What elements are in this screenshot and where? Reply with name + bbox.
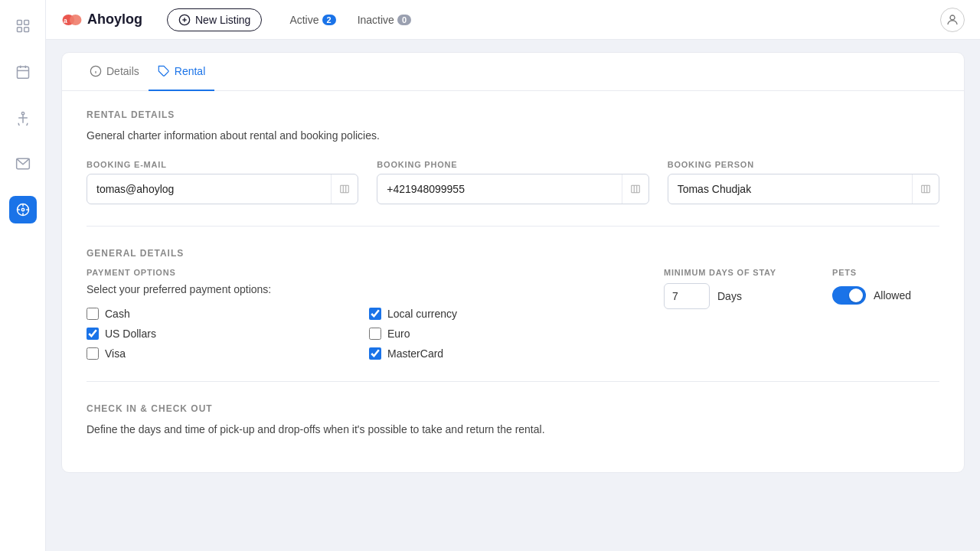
booking-person-label: BOOKING PERSON xyxy=(668,160,939,169)
logo-icon: a xyxy=(61,11,83,28)
booking-person-group: BOOKING PERSON xyxy=(668,160,939,204)
booking-person-input-wrapper xyxy=(668,174,939,204)
checkbox-euro[interactable]: Euro xyxy=(369,328,633,340)
user-avatar[interactable] xyxy=(940,8,965,32)
person-field-icon xyxy=(912,174,939,204)
general-details-title: GENERAL DETAILS xyxy=(87,248,939,259)
card-body: RENTAL DETAILS General charter informati… xyxy=(62,91,964,472)
logo-text: Ahoylog xyxy=(87,11,142,28)
tab-rental[interactable]: Rental xyxy=(149,53,214,91)
checkbox-us-dollars-input[interactable] xyxy=(87,328,99,340)
checkbox-us-dollars[interactable]: US Dollars xyxy=(87,328,351,340)
checkbox-visa-input[interactable] xyxy=(87,347,99,360)
svg-rect-0 xyxy=(17,21,21,25)
sidebar xyxy=(0,0,46,551)
nav-tabs: Active 2 Inactive 0 xyxy=(280,9,420,31)
inactive-badge: 0 xyxy=(397,15,411,25)
phone-field-icon xyxy=(622,174,648,204)
svg-rect-3 xyxy=(24,28,28,32)
navbar: a Ahoylog New Listing Active 2 Inactive … xyxy=(46,0,980,40)
svg-text:a: a xyxy=(64,16,67,24)
svg-rect-36 xyxy=(922,185,930,192)
booking-fields-row: BOOKING E-MAIL BOOKING PHONE xyxy=(87,160,939,204)
check-section-title: CHECK IN & CHECK OUT xyxy=(87,403,939,414)
payment-options-section: PAYMENT OPTIONS Select your preferred pa… xyxy=(87,268,633,360)
booking-email-input[interactable] xyxy=(87,175,331,203)
checkbox-visa[interactable]: Visa xyxy=(87,347,351,360)
user-icon xyxy=(946,13,959,27)
tag-icon xyxy=(158,65,170,77)
booking-email-input-wrapper xyxy=(87,174,358,204)
sidebar-item-dashboard[interactable] xyxy=(9,12,37,40)
columns-icon-2 xyxy=(630,184,641,194)
divider-1 xyxy=(87,226,939,227)
info-icon xyxy=(90,65,102,77)
booking-phone-label: BOOKING PHONE xyxy=(377,160,648,169)
min-days-row: Days xyxy=(664,283,802,309)
checkbox-mastercard-input[interactable] xyxy=(369,347,381,360)
pets-allowed-text: Allowed xyxy=(874,289,911,302)
pets-toggle[interactable] xyxy=(832,286,866,305)
pets-section: PETS Allowed xyxy=(832,268,939,360)
card-tabs: Details Rental xyxy=(62,53,964,91)
booking-email-group: BOOKING E-MAIL xyxy=(87,160,358,204)
pets-row: Allowed xyxy=(832,286,939,305)
svg-rect-33 xyxy=(631,185,639,192)
payment-options-desc: Select your preferred payment options: xyxy=(87,283,633,295)
booking-person-input[interactable] xyxy=(668,175,912,203)
svg-rect-2 xyxy=(17,28,21,32)
booking-email-label: BOOKING E-MAIL xyxy=(87,160,358,169)
pets-label: PETS xyxy=(832,268,939,277)
columns-icon-3 xyxy=(920,184,931,194)
svg-rect-30 xyxy=(341,185,349,192)
rental-details-title: RENTAL DETAILS xyxy=(87,109,939,120)
payment-options-label: PAYMENT OPTIONS xyxy=(87,268,633,277)
new-listing-button[interactable]: New Listing xyxy=(167,8,262,31)
toggle-slider xyxy=(832,286,866,305)
sidebar-item-anchor[interactable] xyxy=(9,104,37,132)
svg-rect-4 xyxy=(17,67,28,78)
divider-2 xyxy=(87,381,939,382)
svg-point-12 xyxy=(21,208,24,210)
plus-circle-icon xyxy=(178,14,191,26)
sidebar-item-compass[interactable] xyxy=(9,196,37,223)
payment-checkboxes-grid: Cash Local currency US Dollars xyxy=(87,308,633,360)
svg-point-23 xyxy=(950,15,955,20)
rental-details-desc: General charter information about rental… xyxy=(87,129,939,142)
min-days-section: MINIMUM DAYS OF STAY Days xyxy=(664,268,802,360)
svg-rect-1 xyxy=(24,21,28,25)
email-field-icon xyxy=(331,174,358,204)
min-days-input[interactable] xyxy=(664,283,710,309)
checkbox-euro-input[interactable] xyxy=(369,328,381,340)
checkbox-local-currency[interactable]: Local currency xyxy=(369,308,633,320)
logo: a Ahoylog xyxy=(61,11,142,28)
columns-icon xyxy=(339,184,350,194)
tab-active[interactable]: Active 2 xyxy=(280,9,345,31)
tab-details[interactable]: Details xyxy=(80,53,149,91)
sidebar-item-mail[interactable] xyxy=(9,150,37,178)
checkbox-cash[interactable]: Cash xyxy=(87,308,351,320)
general-details-grid: PAYMENT OPTIONS Select your preferred pa… xyxy=(87,268,939,360)
main-card: Details Rental RENTAL DETAILS General ch… xyxy=(61,52,965,473)
svg-point-18 xyxy=(70,15,82,25)
content-area: Details Rental RENTAL DETAILS General ch… xyxy=(46,40,980,551)
check-section: CHECK IN & CHECK OUT Define the days and… xyxy=(87,403,939,435)
booking-phone-input-wrapper xyxy=(377,174,648,204)
min-days-label: MINIMUM DAYS OF STAY xyxy=(664,268,802,277)
checkbox-mastercard[interactable]: MasterCard xyxy=(369,347,633,360)
days-text: Days xyxy=(717,290,742,302)
tab-inactive[interactable]: Inactive 0 xyxy=(348,9,420,31)
booking-phone-input[interactable] xyxy=(377,175,621,203)
checkbox-local-currency-input[interactable] xyxy=(369,308,381,320)
main-wrapper: a Ahoylog New Listing Active 2 Inactive … xyxy=(46,0,980,551)
active-badge: 2 xyxy=(322,15,336,25)
check-section-desc: Define the days and time of pick-up and … xyxy=(87,423,939,435)
svg-point-8 xyxy=(21,112,24,115)
checkbox-cash-input[interactable] xyxy=(87,308,99,320)
booking-phone-group: BOOKING PHONE xyxy=(377,160,648,204)
sidebar-item-calendar[interactable] xyxy=(9,58,37,86)
